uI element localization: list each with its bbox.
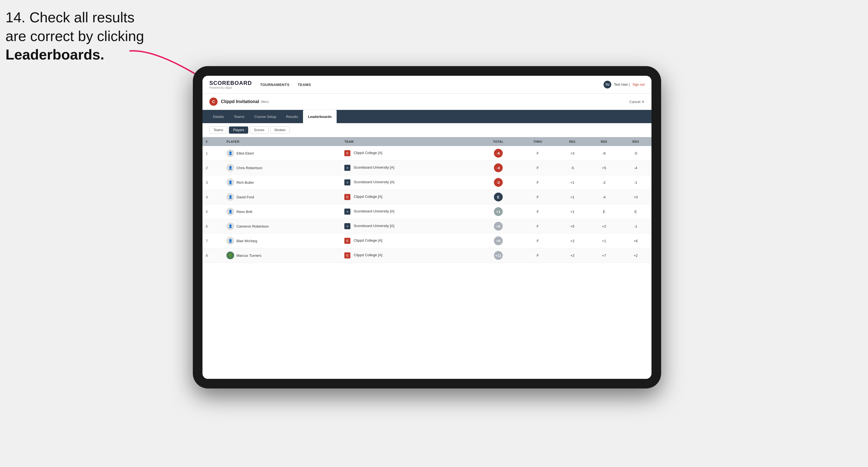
- cell-thru: F: [519, 248, 557, 263]
- player-avatar: 👤: [226, 237, 234, 245]
- tab-bar: Details Teams Course Setup Results Leade…: [203, 110, 651, 123]
- cell-total: -2: [478, 175, 519, 190]
- score-badge: -8: [494, 149, 503, 158]
- table-row: 3 👤 Rich Butler ≡ Scoreboard University …: [203, 175, 651, 190]
- player-name: Blair McHarg: [236, 239, 257, 243]
- logo-area: SCOREBOARD Powered by clippd: [209, 80, 252, 89]
- cell-pos: 8: [203, 248, 223, 263]
- team-logo: C: [344, 252, 350, 258]
- cell-rd1: +1: [557, 175, 588, 190]
- table-row: 2 👤 Chris Robertson ≡ Scoreboard Univers…: [203, 161, 651, 175]
- cell-team: C Clippd College [A]: [341, 234, 477, 248]
- cell-player: 👤 Rees Britt: [223, 205, 341, 219]
- cell-total: -4: [478, 161, 519, 175]
- nav-teams[interactable]: TEAMS: [298, 81, 311, 88]
- cell-rd1: +2: [557, 248, 588, 263]
- cell-rd1: +1: [557, 205, 588, 219]
- table-header-row: # PLAYER TEAM TOTAL THRU RD1 RD2 RD3: [203, 137, 651, 146]
- cell-rd3: -5: [620, 146, 651, 161]
- team-name: Clippd College [A]: [354, 151, 382, 155]
- tablet-screen: SCOREBOARD Powered by clippd TOURNAMENTS…: [203, 76, 651, 379]
- team-name: Scoreboard University [A]: [354, 209, 394, 213]
- cell-thru: F: [519, 190, 557, 205]
- cell-pos: 6: [203, 219, 223, 234]
- table-row: 4 👤 David Ford C Clippd College [A] E F …: [203, 190, 651, 205]
- tab-results[interactable]: Results: [281, 110, 303, 123]
- cell-rd2: E: [588, 205, 620, 219]
- cell-rd3: +6: [620, 234, 651, 248]
- cell-total: +9: [478, 234, 519, 248]
- filter-players[interactable]: Players: [229, 126, 248, 134]
- cell-team: ≡ Scoreboard University [A]: [341, 219, 477, 234]
- tablet-frame: SCOREBOARD Powered by clippd TOURNAMENTS…: [193, 66, 661, 388]
- team-logo: ≡: [344, 179, 350, 185]
- sign-out-link[interactable]: Sign out: [632, 83, 645, 87]
- player-avatar: 👤: [226, 149, 234, 157]
- cell-team: C Clippd College [A]: [341, 146, 477, 161]
- nav-links: TOURNAMENTS TEAMS: [260, 81, 603, 88]
- cell-rd3: +2: [620, 248, 651, 263]
- col-team: TEAM: [341, 137, 477, 146]
- cell-player: 👤 Rich Butler: [223, 175, 341, 190]
- table-row: 8 🌿 Marcus Turners C Clippd College [A] …: [203, 248, 651, 263]
- tab-leaderboards[interactable]: Leaderboards: [303, 110, 337, 123]
- instruction-line3: Leaderboards.: [5, 46, 104, 63]
- cell-total: +11: [478, 248, 519, 263]
- tab-teams[interactable]: Teams: [229, 110, 249, 123]
- leaderboard-table: # PLAYER TEAM TOTAL THRU RD1 RD2 RD3 1 👤…: [203, 137, 651, 263]
- cell-pos: 4: [203, 190, 223, 205]
- col-rd3: RD3: [620, 137, 651, 146]
- team-logo: C: [344, 238, 350, 244]
- player-avatar: 👤: [226, 164, 234, 172]
- team-name: Clippd College [A]: [354, 238, 382, 243]
- team-logo: C: [344, 194, 350, 200]
- instruction-line1: 14. Check all results: [5, 9, 134, 25]
- user-avatar: TU: [603, 81, 611, 88]
- tournament-badge: (Men): [261, 100, 269, 103]
- cell-thru: F: [519, 234, 557, 248]
- team-logo: ≡: [344, 223, 350, 229]
- cell-rd2: +2: [588, 219, 620, 234]
- cell-team: ≡ Scoreboard University [A]: [341, 175, 477, 190]
- tab-details[interactable]: Details: [208, 110, 229, 123]
- cell-rd3: E: [620, 205, 651, 219]
- player-avatar: 🌿: [226, 252, 234, 259]
- nav-right: TU Test User | Sign out: [603, 81, 645, 88]
- tournament-header: C Clippd Invitational (Men) Cancel ✕: [203, 94, 651, 110]
- cell-pos: 7: [203, 234, 223, 248]
- tab-course-setup[interactable]: Course Setup: [249, 110, 281, 123]
- player-name: Rees Britt: [236, 210, 252, 214]
- cell-rd3: -1: [620, 175, 651, 190]
- nav-tournaments[interactable]: TOURNAMENTS: [260, 81, 289, 88]
- filter-scores[interactable]: Scores: [250, 126, 268, 134]
- cell-thru: F: [519, 146, 557, 161]
- cell-pos: 5: [203, 205, 223, 219]
- team-name: Clippd College [A]: [354, 253, 382, 257]
- team-name: Scoreboard University [A]: [354, 180, 394, 184]
- filter-strokes[interactable]: Strokes: [270, 126, 290, 134]
- cell-thru: F: [519, 205, 557, 219]
- player-name: Rich Butler: [236, 181, 254, 185]
- table-row: 6 👤 Cameron Robertson ≡ Scoreboard Unive…: [203, 219, 651, 234]
- cell-rd2: -6: [588, 146, 620, 161]
- player-avatar: 👤: [226, 193, 234, 201]
- cell-thru: F: [519, 161, 557, 175]
- table-row: 5 👤 Rees Britt ≡ Scoreboard University […: [203, 205, 651, 219]
- cell-pos: 3: [203, 175, 223, 190]
- cell-rd2: +5: [588, 161, 620, 175]
- filter-teams[interactable]: Teams: [209, 126, 227, 134]
- col-rd2: RD2: [588, 137, 620, 146]
- team-logo: ≡: [344, 209, 350, 215]
- cell-rd1: -5: [557, 161, 588, 175]
- team-logo: ≡: [344, 165, 350, 171]
- col-rd1: RD1: [557, 137, 588, 146]
- score-badge: -4: [494, 163, 503, 172]
- tournament-logo: C: [209, 97, 218, 106]
- team-name: Clippd College [A]: [354, 194, 382, 199]
- cancel-button[interactable]: Cancel ✕: [629, 100, 645, 104]
- cell-pos: 1: [203, 146, 223, 161]
- player-name: Chris Robertson: [236, 166, 262, 170]
- score-badge: +11: [494, 251, 503, 260]
- cell-rd1: +5: [557, 219, 588, 234]
- cell-team: ≡ Scoreboard University [A]: [341, 161, 477, 175]
